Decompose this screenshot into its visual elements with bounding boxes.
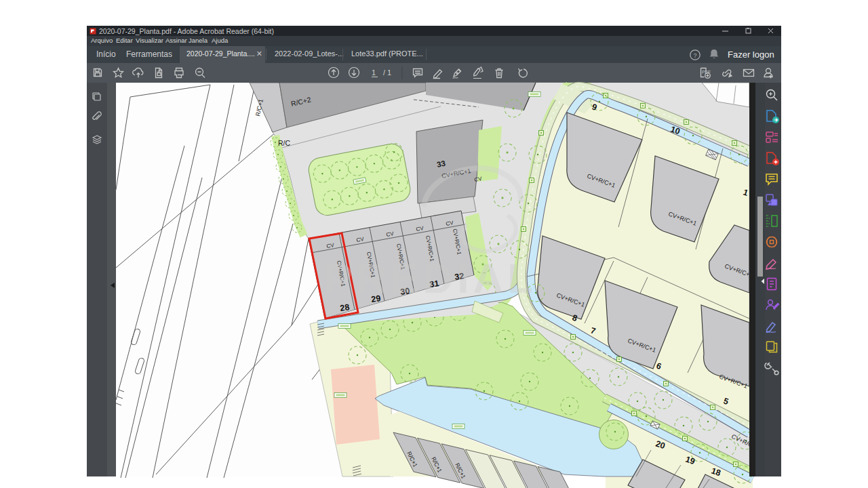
svg-text:1: 1 xyxy=(372,68,376,77)
svg-text:33: 33 xyxy=(436,159,446,169)
svg-text:28: 28 xyxy=(339,302,350,313)
svg-text:PREDIAL: PREDIAL xyxy=(324,255,537,302)
svg-text:R/C: R/C xyxy=(278,139,291,147)
svg-text:?: ? xyxy=(693,52,696,59)
svg-text:/ 1: / 1 xyxy=(383,68,391,77)
